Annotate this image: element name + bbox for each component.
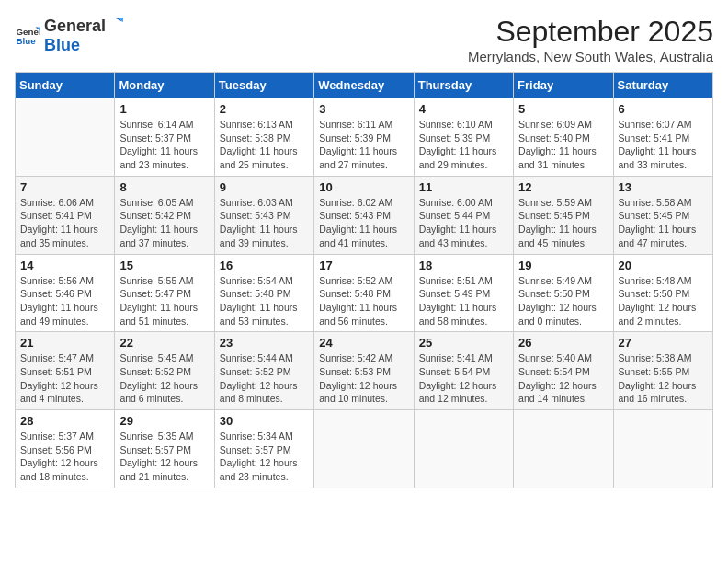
calendar-cell	[514, 410, 613, 488]
day-info: Sunrise: 5:51 AM Sunset: 5:49 PM Dayligh…	[419, 274, 508, 328]
calendar-cell: 28Sunrise: 5:37 AM Sunset: 5:56 PM Dayli…	[16, 410, 115, 488]
logo-bird-icon	[107, 15, 123, 31]
day-number: 15	[119, 259, 209, 272]
calendar-cell: 10Sunrise: 6:02 AM Sunset: 5:43 PM Dayli…	[314, 176, 414, 254]
calendar-cell: 5Sunrise: 6:09 AM Sunset: 5:40 PM Daylig…	[514, 98, 613, 177]
day-number: 9	[220, 180, 309, 194]
day-info: Sunrise: 5:59 AM Sunset: 5:45 PM Dayligh…	[518, 196, 608, 250]
day-number: 22	[119, 336, 209, 350]
day-info: Sunrise: 5:54 AM Sunset: 5:48 PM Dayligh…	[220, 274, 309, 328]
calendar-cell: 4Sunrise: 6:10 AM Sunset: 5:39 PM Daylig…	[414, 98, 513, 177]
calendar-week-row: 14Sunrise: 5:56 AM Sunset: 5:46 PM Dayli…	[16, 254, 713, 332]
day-info: Sunrise: 5:48 AM Sunset: 5:50 PM Dayligh…	[619, 274, 708, 328]
calendar-cell: 20Sunrise: 5:48 AM Sunset: 5:50 PM Dayli…	[613, 254, 712, 332]
calendar-cell: 15Sunrise: 5:55 AM Sunset: 5:47 PM Dayli…	[115, 254, 214, 332]
day-info: Sunrise: 5:35 AM Sunset: 5:57 PM Dayligh…	[119, 430, 209, 484]
day-number: 23	[220, 336, 309, 350]
day-number: 5	[518, 102, 608, 116]
calendar-week-row: 7Sunrise: 6:06 AM Sunset: 5:41 PM Daylig…	[16, 176, 713, 254]
calendar-header: SundayMondayTuesdayWednesdayThursdayFrid…	[16, 73, 713, 98]
day-info: Sunrise: 6:02 AM Sunset: 5:43 PM Dayligh…	[319, 196, 408, 250]
calendar-week-row: 1Sunrise: 6:14 AM Sunset: 5:37 PM Daylig…	[16, 98, 713, 177]
day-number: 7	[20, 180, 109, 194]
day-info: Sunrise: 5:58 AM Sunset: 5:45 PM Dayligh…	[619, 196, 708, 250]
day-info: Sunrise: 5:34 AM Sunset: 5:57 PM Dayligh…	[220, 430, 309, 484]
day-info: Sunrise: 6:11 AM Sunset: 5:39 PM Dayligh…	[319, 118, 408, 172]
day-number: 12	[518, 180, 608, 194]
calendar-cell: 2Sunrise: 6:13 AM Sunset: 5:38 PM Daylig…	[214, 98, 313, 177]
day-info: Sunrise: 6:05 AM Sunset: 5:42 PM Dayligh…	[119, 196, 209, 250]
day-info: Sunrise: 5:38 AM Sunset: 5:55 PM Dayligh…	[619, 351, 708, 406]
calendar-cell: 23Sunrise: 5:44 AM Sunset: 5:52 PM Dayli…	[214, 332, 313, 410]
day-number: 13	[619, 180, 708, 194]
svg-text:Blue: Blue	[16, 36, 36, 46]
calendar-body: 1Sunrise: 6:14 AM Sunset: 5:37 PM Daylig…	[16, 98, 713, 488]
day-of-week-header: Sunday	[16, 73, 115, 98]
calendar-cell: 30Sunrise: 5:34 AM Sunset: 5:57 PM Dayli…	[214, 410, 313, 488]
month-title: September 2025	[468, 15, 713, 49]
location-title: Merrylands, New South Wales, Australia	[468, 49, 713, 64]
day-of-week-header: Friday	[514, 73, 613, 98]
day-info: Sunrise: 5:47 AM Sunset: 5:51 PM Dayligh…	[20, 351, 109, 406]
title-area: September 2025 Merrylands, New South Wal…	[468, 15, 713, 64]
day-info: Sunrise: 5:37 AM Sunset: 5:56 PM Dayligh…	[20, 430, 109, 484]
day-number: 11	[419, 180, 508, 194]
day-info: Sunrise: 5:56 AM Sunset: 5:46 PM Dayligh…	[20, 274, 109, 328]
day-number: 26	[518, 336, 608, 350]
calendar-cell: 22Sunrise: 5:45 AM Sunset: 5:52 PM Dayli…	[115, 332, 214, 410]
day-number: 3	[319, 102, 408, 116]
day-info: Sunrise: 6:09 AM Sunset: 5:40 PM Dayligh…	[518, 118, 608, 172]
calendar-cell: 18Sunrise: 5:51 AM Sunset: 5:49 PM Dayli…	[414, 254, 513, 332]
day-info: Sunrise: 5:55 AM Sunset: 5:47 PM Dayligh…	[119, 274, 209, 328]
day-number: 20	[619, 259, 708, 272]
logo-icon: General Blue	[15, 22, 40, 48]
calendar-cell: 7Sunrise: 6:06 AM Sunset: 5:41 PM Daylig…	[16, 176, 115, 254]
calendar-cell: 24Sunrise: 5:42 AM Sunset: 5:53 PM Dayli…	[314, 332, 414, 410]
day-info: Sunrise: 5:52 AM Sunset: 5:48 PM Dayligh…	[319, 274, 408, 328]
day-number: 2	[220, 102, 309, 116]
day-number: 21	[20, 336, 109, 350]
day-of-week-header: Monday	[115, 73, 214, 98]
days-of-week-row: SundayMondayTuesdayWednesdayThursdayFrid…	[16, 73, 713, 98]
day-number: 8	[119, 180, 209, 194]
calendar-cell: 1Sunrise: 6:14 AM Sunset: 5:37 PM Daylig…	[115, 98, 214, 177]
day-number: 27	[619, 336, 708, 350]
calendar-cell: 21Sunrise: 5:47 AM Sunset: 5:51 PM Dayli…	[16, 332, 115, 410]
day-number: 19	[518, 259, 608, 272]
day-number: 6	[619, 102, 708, 116]
calendar-cell: 26Sunrise: 5:40 AM Sunset: 5:54 PM Dayli…	[514, 332, 613, 410]
calendar-cell: 3Sunrise: 6:11 AM Sunset: 5:39 PM Daylig…	[314, 98, 414, 177]
day-info: Sunrise: 6:07 AM Sunset: 5:41 PM Dayligh…	[619, 118, 708, 172]
day-info: Sunrise: 5:45 AM Sunset: 5:52 PM Dayligh…	[119, 351, 209, 406]
day-number: 25	[419, 336, 508, 350]
calendar-cell: 9Sunrise: 6:03 AM Sunset: 5:43 PM Daylig…	[214, 176, 313, 254]
header: General Blue General Blue September 2025…	[15, 15, 713, 64]
day-info: Sunrise: 5:40 AM Sunset: 5:54 PM Dayligh…	[518, 351, 608, 406]
day-number: 30	[220, 414, 309, 428]
calendar-cell: 27Sunrise: 5:38 AM Sunset: 5:55 PM Dayli…	[613, 332, 712, 410]
day-of-week-header: Wednesday	[314, 73, 414, 98]
calendar-cell: 8Sunrise: 6:05 AM Sunset: 5:42 PM Daylig…	[115, 176, 214, 254]
calendar-cell	[414, 410, 513, 488]
day-of-week-header: Thursday	[414, 73, 513, 98]
calendar-cell: 13Sunrise: 5:58 AM Sunset: 5:45 PM Dayli…	[613, 176, 712, 254]
calendar-week-row: 28Sunrise: 5:37 AM Sunset: 5:56 PM Dayli…	[16, 410, 713, 488]
day-number: 1	[119, 102, 209, 116]
day-info: Sunrise: 5:42 AM Sunset: 5:53 PM Dayligh…	[319, 351, 408, 406]
calendar-cell: 25Sunrise: 5:41 AM Sunset: 5:54 PM Dayli…	[414, 332, 513, 410]
calendar-cell: 14Sunrise: 5:56 AM Sunset: 5:46 PM Dayli…	[16, 254, 115, 332]
calendar-cell	[314, 410, 414, 488]
calendar-cell	[16, 98, 115, 177]
day-of-week-header: Saturday	[613, 73, 712, 98]
day-info: Sunrise: 5:49 AM Sunset: 5:50 PM Dayligh…	[518, 274, 608, 328]
day-info: Sunrise: 5:41 AM Sunset: 5:54 PM Dayligh…	[419, 351, 508, 406]
calendar-cell: 17Sunrise: 5:52 AM Sunset: 5:48 PM Dayli…	[314, 254, 414, 332]
day-number: 14	[20, 259, 109, 272]
day-info: Sunrise: 6:13 AM Sunset: 5:38 PM Dayligh…	[220, 118, 309, 172]
calendar-cell: 11Sunrise: 6:00 AM Sunset: 5:44 PM Dayli…	[414, 176, 513, 254]
calendar-cell: 19Sunrise: 5:49 AM Sunset: 5:50 PM Dayli…	[514, 254, 613, 332]
day-number: 24	[319, 336, 408, 350]
calendar-cell: 29Sunrise: 5:35 AM Sunset: 5:57 PM Dayli…	[115, 410, 214, 488]
calendar-cell: 6Sunrise: 6:07 AM Sunset: 5:41 PM Daylig…	[613, 98, 712, 177]
calendar-cell	[613, 410, 712, 488]
